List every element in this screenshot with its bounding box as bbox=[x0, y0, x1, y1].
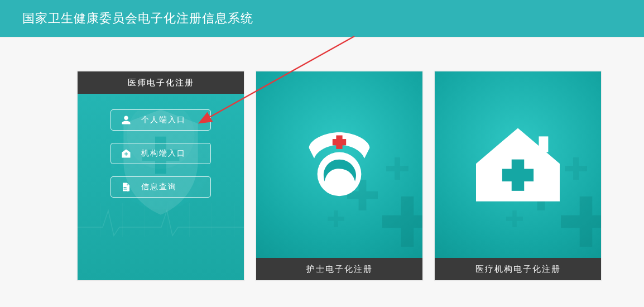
info-query-button[interactable]: 信息查询 bbox=[110, 176, 211, 198]
card-row: 医师电子化注册 个人端入口 机构端入口 bbox=[77, 71, 613, 281]
svg-rect-3 bbox=[333, 139, 346, 145]
hospital-house-icon bbox=[470, 123, 565, 207]
plus-decoration-icon bbox=[382, 196, 422, 247]
info-query-label: 信息查询 bbox=[141, 182, 177, 192]
plus-decoration-icon bbox=[506, 210, 523, 227]
card-nurse-header: 护士电子化注册 bbox=[256, 258, 422, 280]
card-doctor-body: 个人端入口 机构端入口 信息查询 bbox=[78, 94, 244, 280]
card-nurse-title: 护士电子化注册 bbox=[306, 264, 373, 275]
svg-rect-7 bbox=[502, 169, 534, 182]
nurse-cap-icon bbox=[297, 123, 381, 207]
card-org[interactable]: 医疗机构电子化注册 bbox=[434, 71, 602, 281]
org-entry-button[interactable]: 机构端入口 bbox=[110, 143, 211, 164]
card-org-body bbox=[435, 71, 601, 258]
page-title: 国家卫生健康委员会电子化注册信息系统 bbox=[22, 10, 253, 27]
plus-decoration-icon bbox=[386, 157, 408, 180]
personal-entry-label: 个人端入口 bbox=[141, 115, 186, 125]
card-nurse-body bbox=[256, 71, 422, 258]
card-doctor-title: 医师电子化注册 bbox=[128, 78, 194, 88]
card-doctor: 医师电子化注册 个人端入口 机构端入口 bbox=[77, 71, 244, 281]
card-doctor-header: 医师电子化注册 bbox=[78, 71, 244, 94]
personal-entry-button[interactable]: 个人端入口 bbox=[110, 109, 211, 131]
card-org-header: 医疗机构电子化注册 bbox=[435, 258, 601, 280]
org-entry-label: 机构端入口 bbox=[141, 148, 186, 159]
plus-decoration-icon bbox=[565, 157, 587, 180]
svg-rect-5 bbox=[539, 136, 549, 152]
card-org-title: 医疗机构电子化注册 bbox=[475, 264, 561, 275]
plus-decoration-icon bbox=[561, 196, 601, 247]
header-bar: 国家卫生健康委员会电子化注册信息系统 bbox=[0, 0, 644, 37]
hospital-badge-icon bbox=[121, 148, 131, 159]
person-icon bbox=[121, 115, 131, 125]
plus-decoration-icon bbox=[328, 210, 344, 227]
card-nurse[interactable]: 护士电子化注册 bbox=[256, 71, 423, 281]
doc-search-icon bbox=[121, 182, 131, 192]
